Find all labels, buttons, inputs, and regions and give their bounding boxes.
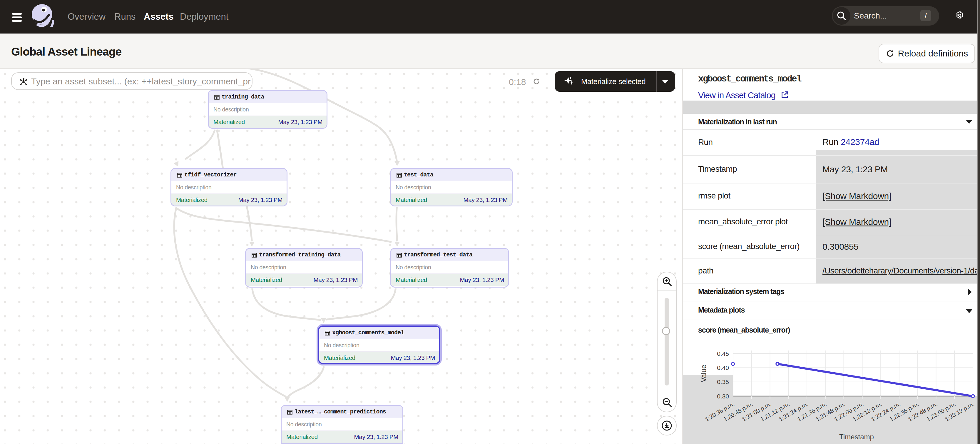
svg-text:Value: Value <box>700 364 708 382</box>
svg-text:0.30: 0.30 <box>717 393 729 399</box>
svg-text:Timestamp: Timestamp <box>839 433 874 441</box>
svg-text:0.35: 0.35 <box>717 379 729 385</box>
svg-text:0.40: 0.40 <box>717 364 729 371</box>
svg-text:0.45: 0.45 <box>717 350 729 357</box>
